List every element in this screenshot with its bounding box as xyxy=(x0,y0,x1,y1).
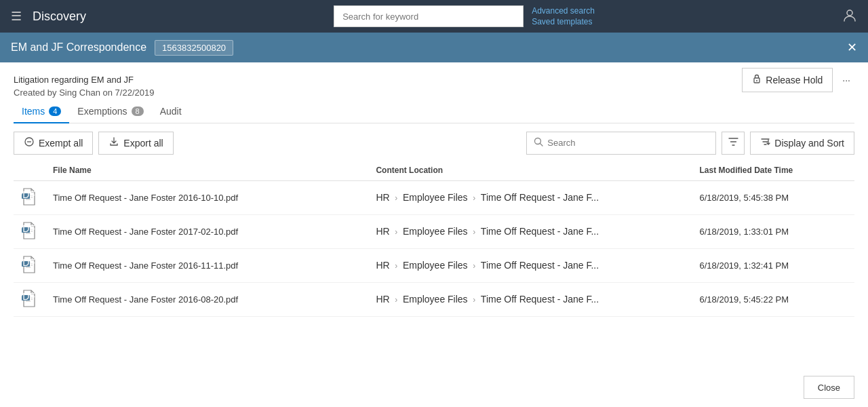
items-search-box xyxy=(526,132,716,155)
release-hold-label: Release Hold xyxy=(766,75,823,85)
file-icon: PDF xyxy=(14,214,45,248)
hamburger-icon[interactable]: ☰ xyxy=(11,9,22,24)
tab-audit-label: Audit xyxy=(160,106,182,117)
file-name[interactable]: Time Off Request - Jane Foster 2016-11-1… xyxy=(45,248,368,282)
saved-templates-link[interactable]: Saved templates xyxy=(532,17,595,26)
case-id-badge: 1563832500820 xyxy=(155,40,233,56)
loc-folder: Employee Files xyxy=(403,260,468,271)
tab-exemptions-label: Exemptions xyxy=(77,106,127,117)
exempt-all-icon xyxy=(24,136,35,149)
close-button[interactable]: Close xyxy=(804,376,854,399)
file-name[interactable]: Time Off Request - Jane Foster 2016-08-2… xyxy=(45,282,368,316)
modified-date: 6/18/2019, 1:32:41 PM xyxy=(691,248,854,282)
svg-point-0 xyxy=(847,10,852,16)
advanced-search-link[interactable]: Advanced search xyxy=(532,6,595,16)
loc-root: HR xyxy=(376,192,389,203)
loc-file: Time Off Request - Jane F... xyxy=(481,226,599,237)
svg-point-2 xyxy=(756,80,757,81)
tab-items-label: Items xyxy=(22,106,45,117)
keyword-search-input[interactable] xyxy=(334,5,524,27)
modified-date: 6/18/2019, 1:33:01 PM xyxy=(691,214,854,248)
search-icon xyxy=(534,137,543,149)
release-hold-button[interactable]: Release Hold xyxy=(742,68,833,92)
tab-audit[interactable]: Audit xyxy=(152,100,190,123)
nav-search-area: Advanced search Saved templates xyxy=(97,5,831,27)
breadcrumb-arrow: › xyxy=(473,261,475,271)
svg-text:PDF: PDF xyxy=(22,257,35,268)
content-location: HR › Employee Files › Time Off Request -… xyxy=(368,180,691,214)
case-header: EM and JF Correspondence 1563832500820 ✕ xyxy=(0,33,868,62)
modified-date: 6/18/2019, 5:45:38 PM xyxy=(691,180,854,214)
app-title: Discovery xyxy=(33,9,86,24)
top-nav: ☰ Discovery Advanced search Saved templa… xyxy=(0,0,868,33)
export-all-button[interactable]: Export all xyxy=(98,132,173,155)
toolbar: Exempt all Export all xyxy=(14,123,854,160)
file-icon: PDF xyxy=(14,248,45,282)
loc-file: Time Off Request - Jane F... xyxy=(481,260,599,271)
display-sort-label: Display and Sort xyxy=(774,138,844,149)
svg-text:PDF: PDF xyxy=(22,291,35,302)
items-table: File Name Content Location Last Modified… xyxy=(14,160,854,317)
ellipsis-icon: ··· xyxy=(842,75,850,85)
file-name[interactable]: Time Off Request - Jane Foster 2017-02-1… xyxy=(45,214,368,248)
col-header-filename[interactable]: File Name xyxy=(45,160,368,181)
content-location: HR › Employee Files › Time Off Request -… xyxy=(368,214,691,248)
loc-folder: Employee Files xyxy=(403,192,468,203)
tab-exemptions-badge: 8 xyxy=(132,106,144,116)
tab-exemptions[interactable]: Exemptions 8 xyxy=(69,100,151,123)
content-location: HR › Employee Files › Time Off Request -… xyxy=(368,282,691,316)
tabs-bar: Items 4 Exemptions 8 Audit xyxy=(14,100,854,123)
loc-root: HR xyxy=(376,260,389,271)
tab-items[interactable]: Items 4 xyxy=(14,100,69,123)
content-location: HR › Employee Files › Time Off Request -… xyxy=(368,248,691,282)
loc-folder: Employee Files xyxy=(403,226,468,237)
footer: Close xyxy=(790,368,868,407)
breadcrumb-arrow: › xyxy=(473,227,475,237)
file-icon: PDF xyxy=(14,180,45,214)
breadcrumb-arrow: › xyxy=(395,193,397,203)
filter-icon xyxy=(728,137,738,149)
breadcrumb-arrow: › xyxy=(473,193,475,203)
display-sort-button[interactable]: Display and Sort xyxy=(750,132,854,155)
breadcrumb-arrow: › xyxy=(473,295,475,305)
user-icon[interactable] xyxy=(842,7,857,26)
exempt-all-label: Exempt all xyxy=(39,138,83,149)
loc-root: HR xyxy=(376,226,389,237)
table-row[interactable]: PDF Time Off Request - Jane Foster 2016-… xyxy=(14,180,854,214)
sort-icon xyxy=(760,137,770,149)
svg-text:PDF: PDF xyxy=(22,189,35,200)
export-all-label: Export all xyxy=(123,138,163,149)
col-header-modified[interactable]: Last Modified Date Time xyxy=(691,160,854,181)
case-title: EM and JF Correspondence xyxy=(11,41,146,54)
lock-icon xyxy=(752,73,762,86)
svg-line-6 xyxy=(540,144,543,147)
loc-folder: Employee Files xyxy=(403,294,468,305)
table-row[interactable]: PDF Time Off Request - Jane Foster 2016-… xyxy=(14,282,854,316)
col-header-icon xyxy=(14,160,45,181)
svg-text:PDF: PDF xyxy=(22,223,35,234)
exempt-all-button[interactable]: Exempt all xyxy=(14,132,93,155)
filter-button[interactable] xyxy=(722,132,745,155)
nav-search-links: Advanced search Saved templates xyxy=(532,6,595,26)
table-row[interactable]: PDF Time Off Request - Jane Foster 2016-… xyxy=(14,248,854,282)
file-icon: PDF xyxy=(14,282,45,316)
col-header-location[interactable]: Content Location xyxy=(368,160,691,181)
breadcrumb-arrow: › xyxy=(395,295,397,305)
tab-items-badge: 4 xyxy=(49,106,61,116)
file-name[interactable]: Time Off Request - Jane Foster 2016-10-1… xyxy=(45,180,368,214)
loc-file: Time Off Request - Jane F... xyxy=(481,294,599,305)
case-close-button[interactable]: ✕ xyxy=(847,40,857,55)
loc-file: Time Off Request - Jane F... xyxy=(481,192,599,203)
table-row[interactable]: PDF Time Off Request - Jane Foster 2017-… xyxy=(14,214,854,248)
export-all-icon xyxy=(108,136,119,149)
items-search-input[interactable] xyxy=(547,138,709,148)
breadcrumb-arrow: › xyxy=(395,227,397,237)
more-options-button[interactable]: ··· xyxy=(838,68,854,92)
modified-date: 6/18/2019, 5:45:22 PM xyxy=(691,282,854,316)
breadcrumb-arrow: › xyxy=(395,261,397,271)
loc-root: HR xyxy=(376,294,389,305)
